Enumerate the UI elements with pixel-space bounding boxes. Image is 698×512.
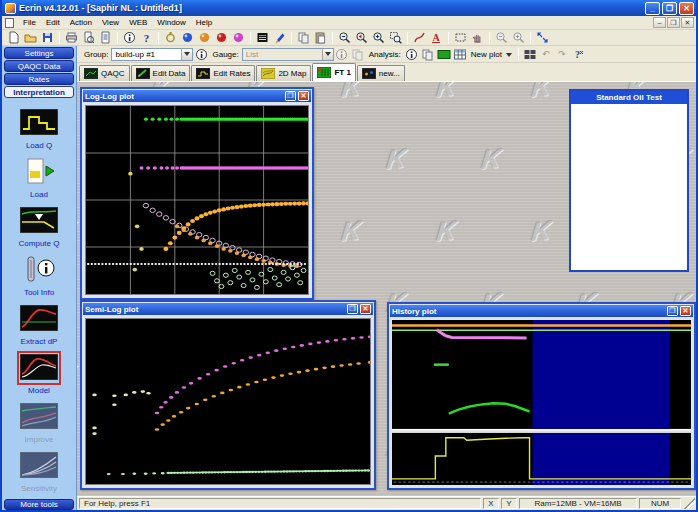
kappa-watermark: K bbox=[435, 215, 457, 248]
open-file-icon[interactable] bbox=[23, 31, 39, 45]
loglog-title-bar[interactable]: Log-Log plot ❐ ✕ bbox=[83, 90, 311, 102]
history-maximize-button[interactable]: ❐ bbox=[667, 306, 678, 316]
menu-window[interactable]: Window bbox=[152, 17, 190, 28]
tool-model[interactable]: Model bbox=[17, 351, 61, 395]
print-icon[interactable] bbox=[64, 31, 80, 45]
new-plot-button[interactable]: New plot bbox=[468, 47, 515, 61]
print-preview-icon[interactable] bbox=[81, 31, 97, 45]
menu-action[interactable]: Action bbox=[65, 17, 97, 28]
loglog-maximize-button[interactable]: ❐ bbox=[285, 91, 296, 101]
loglog-plot-area[interactable] bbox=[85, 105, 309, 295]
sidebar-section-interpretation[interactable]: Interpretation bbox=[4, 86, 74, 98]
help-icon[interactable]: ? bbox=[139, 31, 155, 45]
sidebar-section-settings[interactable]: Settings bbox=[4, 47, 74, 59]
analysis-info-icon[interactable] bbox=[404, 47, 419, 61]
tab-edit-rates[interactable]: Edit Rates bbox=[191, 65, 255, 81]
zoom-previous-icon[interactable] bbox=[354, 31, 370, 45]
analysis-display-icon[interactable] bbox=[436, 47, 451, 61]
loglog-close-button[interactable]: ✕ bbox=[298, 91, 309, 101]
compute-q-icon bbox=[17, 204, 61, 238]
extract-tool-icon[interactable] bbox=[163, 31, 179, 45]
gauge-copy-icon bbox=[350, 47, 365, 61]
analysis-table-icon[interactable] bbox=[452, 47, 467, 61]
history-close-button[interactable]: ✕ bbox=[680, 306, 691, 316]
semilog-title-bar[interactable]: Semi-Log plot ❐ ✕ bbox=[83, 303, 373, 315]
semilog-plot-window[interactable]: Semi-Log plot ❐ ✕ bbox=[80, 300, 376, 490]
load-q-icon bbox=[17, 106, 61, 140]
tool-improve: Improve bbox=[17, 400, 61, 444]
oil-test-window[interactable]: Standard Oil Test bbox=[569, 89, 689, 272]
menu-view[interactable]: View bbox=[97, 17, 124, 28]
sphere-magenta-icon[interactable] bbox=[231, 31, 247, 45]
sidebar: Settings QAQC Data Rates Interpretation … bbox=[2, 46, 77, 510]
tool-extract-dp[interactable]: Extract dP bbox=[17, 302, 61, 346]
zoom-window-icon[interactable] bbox=[388, 31, 404, 45]
sidebar-section-qaqc-data[interactable]: QAQC Data bbox=[4, 60, 74, 72]
save-icon[interactable] bbox=[40, 31, 56, 45]
more-tools-button[interactable]: More tools bbox=[4, 499, 74, 510]
context-help-icon[interactable]: ? bbox=[570, 47, 585, 61]
sphere-blue-icon[interactable] bbox=[180, 31, 196, 45]
menu-help[interactable]: Help bbox=[191, 17, 217, 28]
tab-qaqc[interactable]: QAQC bbox=[79, 65, 130, 81]
group-combo-value: build-up #1 bbox=[112, 50, 181, 59]
sidebar-section-rates[interactable]: Rates bbox=[4, 73, 74, 85]
tab-new[interactable]: new... bbox=[357, 65, 405, 81]
history-pressure-panel[interactable] bbox=[392, 320, 691, 429]
menu-edit[interactable]: Edit bbox=[41, 17, 65, 28]
kappa-watermark: K bbox=[77, 359, 78, 392]
tile-windows-icon[interactable] bbox=[522, 47, 537, 61]
sphere-orange-icon[interactable] bbox=[197, 31, 213, 45]
sphere-red-icon[interactable] bbox=[214, 31, 230, 45]
child-close-button[interactable]: ✕ bbox=[681, 17, 694, 28]
history-title-bar[interactable]: History plot ❐ ✕ bbox=[390, 305, 693, 317]
new-document-icon[interactable] bbox=[6, 31, 22, 45]
semilog-plot-area[interactable] bbox=[85, 318, 371, 485]
annotation-text-icon[interactable]: A bbox=[429, 31, 445, 45]
minimize-button[interactable]: _ bbox=[645, 2, 660, 15]
magnifier-minus-gray-icon[interactable] bbox=[494, 31, 510, 45]
undo-icon: ↶ bbox=[538, 47, 553, 61]
fit-scale-icon[interactable] bbox=[535, 31, 551, 45]
group-info-icon[interactable] bbox=[194, 47, 209, 61]
zoom-out-icon[interactable] bbox=[337, 31, 353, 45]
edit-pen-icon[interactable] bbox=[272, 31, 288, 45]
tool-compute-q[interactable]: Compute Q bbox=[17, 204, 61, 248]
info-icon[interactable] bbox=[122, 31, 138, 45]
semilog-maximize-button[interactable]: ❐ bbox=[347, 304, 358, 314]
tab-ft-1[interactable]: FT 1 bbox=[312, 63, 355, 81]
select-rectangle-icon[interactable] bbox=[453, 31, 469, 45]
tool-load-q[interactable]: Load Q bbox=[17, 106, 61, 150]
new-plot-dropdown-icon[interactable] bbox=[506, 53, 512, 60]
loglog-plot-window[interactable]: Log-Log plot ❐ ✕ bbox=[80, 87, 314, 300]
history-rate-panel[interactable] bbox=[392, 433, 691, 485]
menu-web[interactable]: WEB bbox=[124, 17, 152, 28]
child-restore-button[interactable]: ❐ bbox=[667, 17, 680, 28]
group-combo[interactable]: build-up #1 bbox=[111, 48, 193, 61]
menu-bar: File Edit Action View WEB Window Help – … bbox=[2, 16, 696, 30]
tab-edit-data[interactable]: Edit Data bbox=[131, 65, 191, 81]
tab-2d-map[interactable]: 2D Map bbox=[256, 65, 311, 81]
zoom-in-icon[interactable] bbox=[371, 31, 387, 45]
menu-file[interactable]: File bbox=[18, 17, 41, 28]
history-plot-window[interactable]: History plot ❐ ✕ bbox=[387, 302, 696, 490]
group-combo-arrow-icon[interactable] bbox=[181, 49, 192, 60]
maximize-button[interactable]: ❐ bbox=[662, 2, 677, 15]
tool-tool-info[interactable]: Tool Info bbox=[17, 253, 61, 297]
child-minimize-button[interactable]: – bbox=[653, 17, 666, 28]
paste-icon[interactable] bbox=[313, 31, 329, 45]
resize-grip[interactable] bbox=[683, 498, 695, 509]
title-bar[interactable]: Ecrin v4.12.01 - [Saphir NL : Untitled1]… bbox=[2, 0, 696, 16]
pan-hand-icon[interactable] bbox=[470, 31, 486, 45]
analysis-copy-icon[interactable] bbox=[420, 47, 435, 61]
semilog-close-button[interactable]: ✕ bbox=[360, 304, 371, 314]
copy-icon[interactable] bbox=[296, 31, 312, 45]
close-button[interactable]: ✕ bbox=[679, 2, 694, 15]
magnifier-plus-gray-icon[interactable] bbox=[511, 31, 527, 45]
annotation-line-icon[interactable] bbox=[412, 31, 428, 45]
data-list-icon[interactable] bbox=[255, 31, 271, 45]
report-icon[interactable] bbox=[98, 31, 114, 45]
tool-load[interactable]: Load bbox=[17, 155, 61, 199]
history-plot-area[interactable] bbox=[392, 320, 691, 485]
child-system-menu-icon[interactable] bbox=[5, 18, 14, 28]
